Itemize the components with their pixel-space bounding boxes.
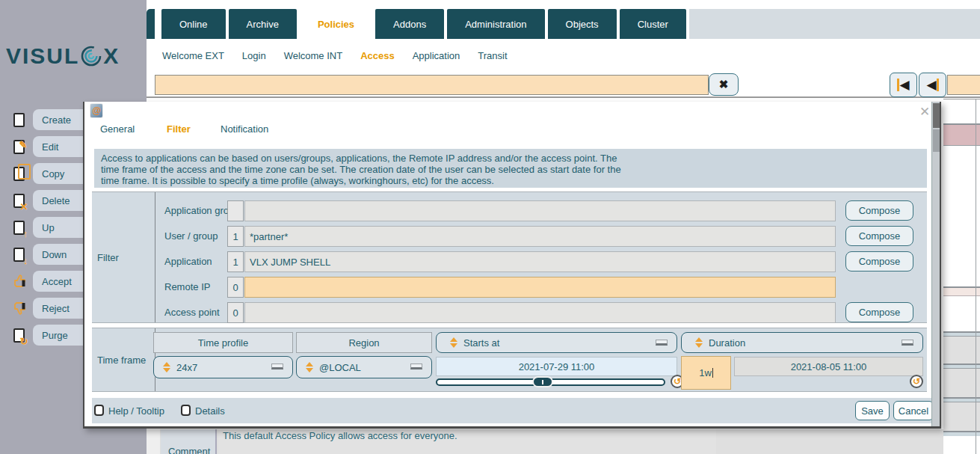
delete-document-icon: ✕: [10, 191, 28, 209]
scrollbar-thumb[interactable]: [933, 103, 940, 128]
comment-label: Comment: [168, 446, 210, 454]
duration-reset-icon[interactable]: ↺: [910, 375, 923, 388]
dialog-tab-general[interactable]: General: [100, 123, 135, 135]
table-row[interactable]: [943, 402, 980, 432]
region-value: @LOCAL: [319, 362, 361, 373]
tab-objects[interactable]: Objects: [548, 9, 617, 39]
duration-column-header[interactable]: Duration: [681, 332, 923, 353]
tab-online[interactable]: Online: [161, 9, 226, 39]
collapse-dash-icon[interactable]: [902, 340, 913, 346]
comment-text: This default Access Policy allows access…: [223, 430, 457, 441]
table-row[interactable]: [943, 125, 980, 146]
visulox-app: VISUL X Create ✎ Edit Copy ✕: [0, 0, 980, 454]
subnav-transit[interactable]: Transit: [478, 50, 507, 61]
tab-label: Archive: [247, 19, 279, 30]
compose-application-group-button[interactable]: Compose: [845, 200, 913, 221]
slider-thumb-tick: [542, 380, 543, 384]
compose-access-point-button[interactable]: Compose: [845, 302, 913, 322]
application-label: Application: [164, 256, 212, 267]
subnav-welcome-ext[interactable]: Welcome EXT: [162, 50, 224, 61]
starts-at-date-field[interactable]: 2021-07-29 11:00: [436, 357, 677, 376]
table-row[interactable]: [943, 337, 980, 365]
subnav-access[interactable]: Access: [360, 50, 395, 61]
tab-archive[interactable]: Archive: [229, 9, 297, 39]
previous-page-bar-icon: [937, 79, 939, 91]
time-profile-dropdown[interactable]: 24x7: [153, 356, 293, 378]
dialog-tab-filter[interactable]: Filter: [167, 123, 191, 135]
table-row[interactable]: [943, 288, 980, 296]
application-count: 1: [227, 251, 244, 272]
dropdown-diamond-icon: [306, 362, 313, 372]
logo-text-left: VISUL: [6, 43, 79, 69]
details-checkbox[interactable]: [181, 405, 191, 416]
previous-page-button[interactable]: ◀: [919, 73, 946, 97]
region-dropdown[interactable]: @LOCAL: [296, 356, 432, 378]
access-point-count: 0: [227, 302, 244, 323]
help-tooltip-label: Help / Tooltip: [108, 405, 164, 417]
collapse-dash-icon[interactable]: [656, 340, 668, 346]
dialog-footer: Help / Tooltip Details Save Cancel: [92, 398, 931, 423]
compose-user-group-button[interactable]: Compose: [845, 226, 913, 246]
table-column-divider: [976, 99, 976, 454]
end-date-field[interactable]: 2021-08-05 11:00: [734, 357, 923, 376]
table-row[interactable]: [943, 369, 980, 399]
policy-table-background: [943, 99, 980, 454]
dialog-scrollbar[interactable]: [931, 102, 940, 426]
access-policy-dialog: @ ✕ General Filter Notification Access t…: [83, 102, 941, 429]
timeframe-section-label: Time frame: [97, 355, 146, 366]
previous-page-arrow-icon: ◀: [926, 79, 936, 91]
access-point-label: Access point: [164, 307, 220, 318]
cancel-button[interactable]: Cancel: [893, 401, 934, 420]
search-input[interactable]: [155, 75, 709, 95]
list-toolbar: ✖ ◀ ◀: [147, 72, 980, 97]
column-header-label: Duration: [709, 337, 745, 349]
tab-policies[interactable]: Policies: [300, 9, 372, 39]
access-point-value-field[interactable]: [244, 302, 836, 323]
table-row[interactable]: [943, 296, 980, 333]
table-row[interactable]: [943, 146, 980, 288]
slider-thumb[interactable]: [532, 376, 553, 387]
save-button[interactable]: Save: [855, 401, 890, 420]
first-page-arrow-icon: ◀: [899, 79, 909, 91]
tabbar-filler: [689, 9, 980, 39]
dropdown-dash-icon: [410, 363, 422, 369]
table-header-row: [943, 99, 980, 125]
application-group-count: [227, 200, 244, 221]
user-group-count: 1: [227, 226, 244, 247]
remote-ip-value-field[interactable]: [244, 277, 836, 298]
subnav-login[interactable]: Login: [242, 50, 266, 61]
create-document-icon: [10, 111, 28, 129]
user-group-label: User / group: [164, 230, 218, 242]
starts-at-column-header[interactable]: Starts at: [436, 332, 677, 353]
first-page-button[interactable]: ◀: [890, 73, 917, 97]
duration-value: 1w: [699, 367, 712, 378]
filter-description-text: Access to applications can be based on u…: [94, 149, 628, 186]
visulox-logo: VISUL X: [6, 43, 145, 69]
subnav-welcome-int[interactable]: Welcome INT: [284, 50, 343, 61]
tab-label: Policies: [318, 19, 354, 30]
application-value-field[interactable]: VLX JUMP SHELL: [244, 251, 836, 272]
sort-diamond-icon: [450, 337, 457, 348]
edit-pencil-icon: ✎: [10, 138, 28, 156]
dialog-tab-notification[interactable]: Notification: [221, 123, 268, 135]
application-group-value-field[interactable]: [244, 200, 836, 221]
tab-label: Administration: [465, 19, 526, 30]
filter-description-box: Access to applications can be based on u…: [94, 149, 927, 188]
remote-ip-count: 0: [227, 277, 244, 298]
move-up-icon: ↑: [10, 218, 28, 236]
tab-label: Addons: [393, 19, 426, 30]
purge-recycle-icon: ↻: [10, 326, 28, 344]
page-number-input[interactable]: [947, 75, 980, 95]
compose-application-button[interactable]: Compose: [845, 251, 913, 272]
tab-addons[interactable]: Addons: [375, 9, 444, 39]
tab-administration[interactable]: Administration: [447, 9, 544, 39]
help-tooltip-checkbox[interactable]: [94, 405, 104, 416]
clear-search-button[interactable]: ✖: [709, 73, 739, 96]
close-icon[interactable]: ✕: [919, 104, 930, 120]
starts-at-slider[interactable]: [436, 378, 665, 386]
tab-cluster[interactable]: Cluster: [620, 9, 686, 39]
user-group-value-field[interactable]: *partner*: [244, 226, 836, 247]
subnav-application[interactable]: Application: [413, 50, 460, 61]
comment-label-cell: Comment: [161, 429, 217, 454]
duration-input[interactable]: 1w: [681, 356, 731, 390]
